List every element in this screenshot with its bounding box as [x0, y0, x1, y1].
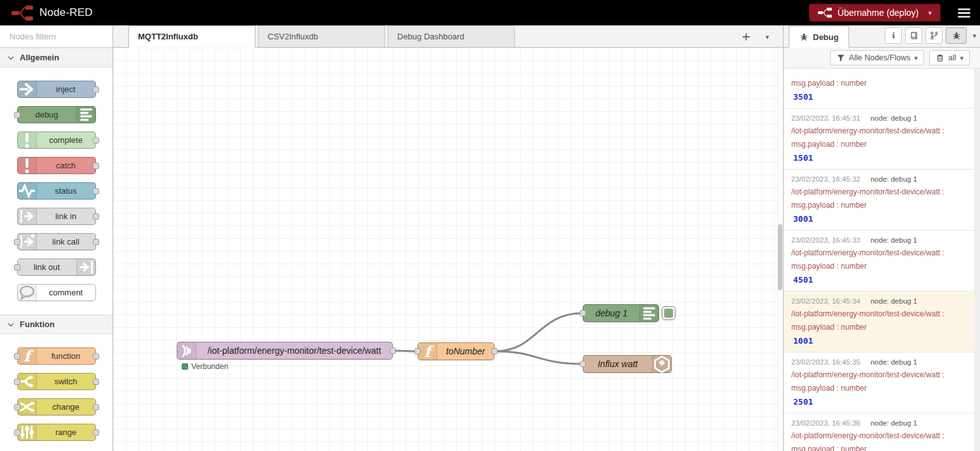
function-node-label: toNumber [437, 346, 494, 356]
node-port [14, 264, 20, 271]
palette-node-debug[interactable]: debug [17, 106, 96, 123]
node-output-port[interactable] [390, 347, 396, 354]
debug-enable-toggle[interactable] [662, 306, 676, 320]
node-port [14, 353, 20, 360]
tab-label: Debug Dashboard [397, 32, 465, 41]
palette-row: range [0, 424, 112, 441]
wires-layer [113, 48, 783, 451]
tab-debug-panel[interactable]: Debug [789, 26, 849, 48]
help-panel-button[interactable] [905, 27, 922, 44]
palette-node-range[interactable]: range [17, 424, 96, 441]
deploy-caret-icon[interactable]: ▾ [928, 9, 932, 17]
debug-scrollbar-track[interactable] [974, 69, 980, 451]
influxdb-hexagon-icon [652, 356, 671, 372]
node-input-port[interactable] [414, 348, 421, 354]
chevron-down-icon [6, 53, 15, 62]
pulse-icon [18, 183, 37, 199]
sidebar-options-caret-icon[interactable]: ▾ [972, 32, 976, 40]
tab-mqtt2influxdb[interactable]: MQTT2Influxdb [128, 25, 255, 48]
palette-node-catch[interactable]: catch [17, 157, 96, 174]
debug-message[interactable]: 23/02/2023, 16:45:31node: debug 1/iot-pl… [784, 109, 974, 170]
node-port [93, 188, 99, 194]
debug-message-meta: 23/02/2023, 16:45:34node: debug 1 [791, 297, 967, 305]
palette-row: status [0, 182, 112, 199]
funnel-icon [836, 53, 845, 62]
palette-search-input[interactable] [10, 32, 113, 41]
palette-node-complete[interactable]: complete [17, 131, 96, 149]
palette-section-label: Allgemein [20, 53, 59, 62]
tab-debug-dashboard[interactable]: Debug Dashboard [388, 25, 515, 47]
palette-row: comment [0, 284, 112, 301]
palette-node-label: catch [37, 161, 95, 170]
palette-node-label: range [37, 427, 95, 437]
bug-icon [800, 32, 808, 41]
debug-payload-type: msg.payload : number [791, 140, 967, 149]
palette-row: link out [0, 259, 112, 276]
palette-node-label: inject [37, 84, 95, 94]
config-nodes-button[interactable] [925, 27, 943, 44]
clear-button-label: all [948, 53, 956, 62]
flow-list-caret-icon[interactable]: ▾ [765, 33, 769, 41]
debug-filter-button[interactable]: Alle Nodes/Flows ▾ [830, 50, 924, 65]
palette-node-label: status [37, 186, 95, 196]
palette-node-label: change [37, 402, 95, 412]
palette-node-inject[interactable]: inject [17, 81, 96, 98]
node-port [14, 404, 20, 410]
info-panel-button[interactable]: i [885, 27, 902, 44]
tab-csv2influxdb[interactable]: CSV2Influxdb [258, 25, 385, 47]
debug-topic: /iot-platform/energy-monitor/test-device… [791, 370, 967, 379]
palette-node-change[interactable]: change [17, 398, 96, 415]
deploy-button[interactable]: Übernahme (deploy) ▾ [809, 4, 941, 22]
debug-message-meta: 23/02/2023, 16:45:31node: debug 1 [791, 114, 967, 122]
node-output-port[interactable] [491, 348, 498, 354]
sidebar-tabbar: Debug i ▾ [784, 25, 980, 48]
debug-source-node: node: debug 1 [871, 297, 918, 305]
debug-topic: /iot-platform/energy-monitor/test-device… [791, 248, 967, 257]
palette-node-comment[interactable]: comment [17, 284, 96, 301]
debug-timestamp: 23/02/2023, 16:45:34 [791, 297, 861, 305]
palette-node-switch[interactable]: switch [17, 373, 96, 390]
palette-node-link-call[interactable]: link call [17, 233, 96, 250]
add-flow-button[interactable] [741, 32, 751, 42]
canvas-scrollbar-thumb[interactable] [778, 224, 782, 290]
deploy-button-label: Übernahme (deploy) [838, 8, 919, 18]
flow-node-tonumber[interactable]: f toNumber [418, 342, 494, 360]
palette-section-header[interactable]: Allgemein [0, 48, 112, 67]
palette-node-link-out[interactable]: link out [17, 259, 96, 276]
flow-node-mqtt-in[interactable]: /iot-platform/energy-monitor/test-device… [177, 342, 393, 360]
debug-panel-button[interactable] [946, 27, 967, 44]
debug-message[interactable]: 23/02/2023, 16:45:36node: debug 1/iot-pl… [784, 414, 974, 451]
palette-node-function[interactable]: ffunction [17, 347, 96, 365]
svg-text:i: i [892, 31, 895, 40]
palette-row: catch [0, 157, 112, 174]
palette-search[interactable] [0, 25, 112, 48]
flow-canvas[interactable]: /iot-platform/energy-monitor/test-device… [113, 48, 783, 451]
hamburger-menu-icon[interactable] [957, 8, 971, 18]
debug-sidebar: Debug i ▾ Alle Nodes/Flows ▾ all ▾ [783, 25, 980, 451]
debug-source-node: node: debug 1 [871, 236, 918, 244]
flow-node-debug-1[interactable]: debug 1 [583, 304, 659, 322]
palette-node-link-in[interactable]: link in [17, 208, 96, 225]
node-input-port[interactable] [580, 310, 586, 316]
debug-message[interactable]: 23/02/2023, 16:45:35node: debug 1/iot-pl… [784, 353, 974, 414]
debug-message-list[interactable]: msg.payload : number350123/02/2023, 16:4… [784, 69, 980, 451]
function-f-icon: f [418, 343, 437, 360]
node-input-port[interactable] [580, 361, 586, 367]
debug-clear-button[interactable]: all ▾ [929, 50, 970, 65]
node-port [14, 429, 20, 436]
svg-text:f: f [24, 347, 34, 365]
debug-source-node: node: debug 1 [871, 419, 918, 427]
debug-message[interactable]: 23/02/2023, 16:45:32node: debug 1/iot-pl… [784, 170, 974, 231]
debug-payload-value: 1501 [791, 153, 967, 163]
node-port [14, 239, 20, 245]
flow-node-influx-watt[interactable]: Influx watt [583, 355, 672, 373]
debug-message[interactable]: 23/02/2023, 16:45:33node: debug 1/iot-pl… [784, 231, 974, 292]
debug-message[interactable]: msg.payload : number3501 [784, 69, 974, 109]
trash-icon [936, 53, 944, 62]
debug-payload-type: msg.payload : number [791, 323, 967, 332]
palette-section-header[interactable]: Funktion [0, 314, 112, 334]
debug-timestamp: 23/02/2023, 16:45:32 [791, 175, 861, 183]
palette-node-status[interactable]: status [17, 182, 96, 199]
debug-message[interactable]: 23/02/2023, 16:45:34node: debug 1/iot-pl… [784, 292, 974, 353]
debug-toggle-state [664, 309, 673, 318]
